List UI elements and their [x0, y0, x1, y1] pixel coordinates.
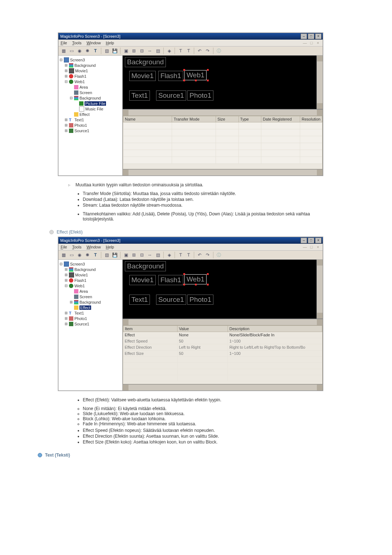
canvas-item[interactable]: Source1: [156, 295, 186, 305]
tool-icon[interactable]: Ƭ: [185, 47, 192, 54]
undo-icon[interactable]: ↶: [196, 251, 203, 259]
menu-window[interactable]: Window: [86, 41, 101, 45]
canvas-item[interactable]: Text1: [129, 90, 150, 101]
close-button[interactable]: ×: [315, 33, 322, 39]
tree-node[interactable]: ⊟Screen3: [59, 57, 122, 62]
tool-icon[interactable]: ◈: [166, 251, 173, 259]
tree-node[interactable]: Screen: [59, 294, 122, 299]
vertical-scrollbar[interactable]: [317, 260, 323, 319]
mdi-close-button[interactable]: ×: [315, 245, 320, 249]
tree-node[interactable]: ⊟Screen3: [59, 261, 122, 267]
col-transfer-mode[interactable]: Transfer Mode: [172, 116, 216, 122]
tree-node[interactable]: Effect: [59, 112, 122, 117]
canvas-item-background[interactable]: Background: [125, 261, 166, 271]
tool-icon[interactable]: Ƭ: [177, 47, 184, 54]
tool-icon[interactable]: ⊞: [130, 47, 138, 54]
tool-icon[interactable]: ▤: [154, 47, 162, 54]
text-tool-icon[interactable]: T: [92, 251, 99, 259]
tree-node[interactable]: ⊞Background: [59, 62, 122, 68]
tool-icon[interactable]: ▭: [68, 251, 75, 259]
tool-icon[interactable]: ⊞: [130, 251, 138, 259]
canvas-item[interactable]: Source1: [156, 90, 186, 101]
tool-icon[interactable]: ⊟: [138, 47, 146, 54]
tool-icon[interactable]: ▦: [60, 47, 67, 54]
tree-node[interactable]: ⊞Photo1: [59, 316, 122, 321]
tool-icon[interactable]: ▣: [122, 47, 130, 54]
maximize-button[interactable]: □: [308, 33, 314, 39]
col-value[interactable]: Value: [177, 325, 228, 332]
menu-tools[interactable]: Tools: [72, 245, 82, 249]
menu-file[interactable]: File: [61, 41, 67, 45]
mdi-maximize-button[interactable]: □: [309, 245, 314, 249]
tree-node[interactable]: ⊞Movie1: [59, 272, 122, 278]
mdi-maximize-button[interactable]: □: [309, 41, 314, 45]
tree-node[interactable]: ⊞TText1: [59, 310, 122, 316]
horizontal-scrollbar[interactable]: [123, 169, 323, 175]
tree-node[interactable]: ⊞Background: [59, 267, 122, 272]
table-row[interactable]: Effect Size501~100: [123, 350, 322, 356]
col-item[interactable]: Item: [123, 325, 177, 332]
tree-node[interactable]: ⊞Photo1: [59, 122, 122, 128]
tree-node[interactable]: ⊞Movie1: [59, 68, 122, 73]
tree-node[interactable]: ⊟Background: [59, 95, 122, 101]
tree-node[interactable]: ⊞Flash1: [59, 73, 122, 79]
maximize-button[interactable]: □: [308, 238, 314, 243]
menu-help[interactable]: Help: [106, 41, 114, 45]
tool-icon[interactable]: ▭: [68, 47, 75, 54]
info-icon[interactable]: ⓘ: [215, 251, 222, 259]
canvas-item[interactable]: Photo1: [187, 90, 213, 101]
save-icon[interactable]: 💾: [111, 47, 118, 54]
tool-icon[interactable]: ◉: [76, 47, 83, 54]
canvas-item[interactable]: Flash1: [158, 71, 183, 81]
col-resolution[interactable]: Resolution: [300, 116, 322, 122]
mdi-minimize-button[interactable]: —: [302, 245, 307, 249]
tree-node-selected[interactable]: Effect: [59, 305, 122, 310]
tool-icon[interactable]: ✺: [84, 47, 91, 54]
col-type[interactable]: Type: [238, 116, 261, 122]
horizontal-scrollbar[interactable]: [123, 109, 323, 116]
canvas-item[interactable]: Photo1: [187, 295, 213, 305]
undo-icon[interactable]: ↶: [196, 47, 203, 54]
horizontal-scrollbar[interactable]: [123, 384, 323, 390]
minimize-button[interactable]: –: [301, 33, 307, 39]
tree-node-selected[interactable]: Picture File: [59, 101, 122, 106]
tool-icon[interactable]: ◈: [166, 47, 173, 54]
col-date-registered[interactable]: Date Registered: [261, 116, 300, 122]
horizontal-scrollbar[interactable]: [123, 319, 323, 325]
canvas-item-selected[interactable]: Web1: [184, 274, 207, 284]
tree-node[interactable]: Music File: [59, 106, 122, 112]
tree-node[interactable]: ⊟Web1: [59, 283, 122, 288]
menu-tools[interactable]: Tools: [72, 41, 82, 45]
tree-node[interactable]: ⊞TText1: [59, 117, 122, 122]
tool-icon[interactable]: ▣: [122, 251, 130, 259]
mdi-minimize-button[interactable]: —: [302, 41, 307, 45]
tool-icon[interactable]: ↔: [146, 251, 154, 259]
canvas-item[interactable]: Flash1: [158, 275, 183, 285]
tool-icon[interactable]: ◉: [76, 251, 83, 259]
redo-icon[interactable]: ↷: [204, 47, 211, 54]
info-icon[interactable]: ⓘ: [215, 47, 222, 54]
canvas-item-background[interactable]: Background: [125, 57, 166, 67]
table-row[interactable]: Effect Speed501~100: [123, 338, 322, 344]
minimize-button[interactable]: –: [301, 238, 307, 243]
tool-icon[interactable]: ▧: [103, 47, 110, 54]
tree-node[interactable]: ⊟Web1: [59, 79, 122, 84]
tree-node[interactable]: ⊞Source1: [59, 128, 122, 133]
tool-icon[interactable]: ⊟: [138, 251, 146, 259]
vertical-scrollbar[interactable]: [317, 56, 323, 109]
col-name[interactable]: Name: [123, 116, 172, 122]
canvas-item-selected[interactable]: Web1: [184, 70, 207, 80]
tree-node[interactable]: Area: [59, 84, 122, 90]
menu-window[interactable]: Window: [86, 245, 101, 249]
text-tool-icon[interactable]: T: [92, 47, 99, 54]
canvas-pane[interactable]: Background Movie1 Flash1 Web1 Text1 Sour…: [123, 56, 323, 109]
tool-icon[interactable]: Ƭ: [177, 251, 184, 259]
menu-file[interactable]: File: [61, 245, 67, 249]
tree-node[interactable]: ⊞Background: [59, 299, 122, 305]
tool-icon[interactable]: ▦: [60, 251, 67, 259]
canvas-item[interactable]: Text1: [129, 295, 150, 305]
tool-icon[interactable]: ▤: [154, 251, 162, 259]
redo-icon[interactable]: ↷: [204, 251, 211, 259]
tree-node[interactable]: ⊞Source1: [59, 321, 122, 327]
canvas-item[interactable]: Movie1: [129, 275, 156, 285]
